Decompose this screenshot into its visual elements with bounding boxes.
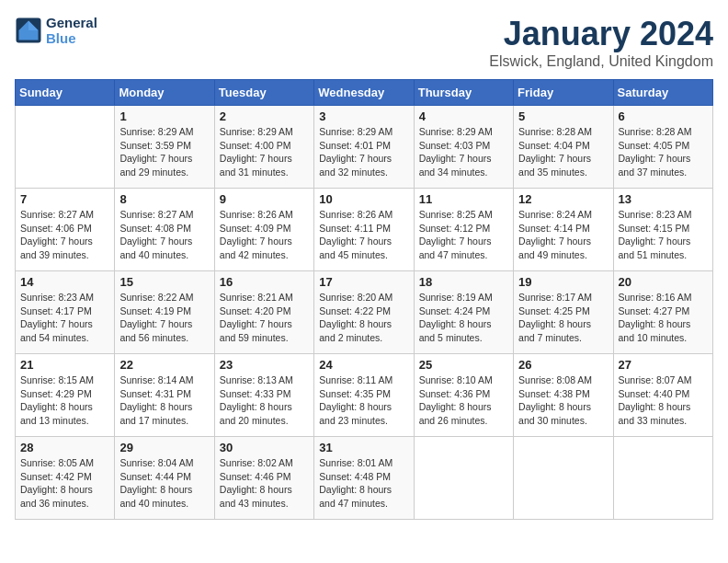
day-info: Sunrise: 8:26 AMSunset: 4:11 PMDaylight:…	[319, 208, 408, 262]
calendar-cell: 6Sunrise: 8:28 AMSunset: 4:05 PMDaylight…	[613, 106, 712, 189]
day-info: Sunrise: 8:29 AMSunset: 4:00 PMDaylight:…	[220, 125, 309, 179]
calendar-cell: 26Sunrise: 8:08 AMSunset: 4:38 PMDayligh…	[514, 354, 613, 437]
day-number: 9	[220, 192, 309, 206]
day-info: Sunrise: 8:02 AMSunset: 4:46 PMDaylight:…	[220, 456, 309, 511]
calendar-week-4: 21Sunrise: 8:15 AMSunset: 4:29 PMDayligh…	[16, 354, 713, 437]
calendar-cell: 8Sunrise: 8:27 AMSunset: 4:08 PMDaylight…	[115, 189, 214, 271]
logo-text: General Blue	[46, 15, 97, 46]
calendar-cell: 7Sunrise: 8:27 AMSunset: 4:06 PMDaylight…	[16, 189, 115, 271]
calendar-week-5: 28Sunrise: 8:05 AMSunset: 4:42 PMDayligh…	[16, 437, 713, 520]
day-number: 16	[220, 275, 309, 289]
calendar-cell: 22Sunrise: 8:14 AMSunset: 4:31 PMDayligh…	[115, 354, 214, 437]
day-info: Sunrise: 8:01 AMSunset: 4:48 PMDaylight:…	[319, 456, 408, 511]
calendar-cell	[514, 437, 613, 520]
day-info: Sunrise: 8:08 AMSunset: 4:38 PMDaylight:…	[518, 373, 608, 428]
calendar-week-3: 14Sunrise: 8:23 AMSunset: 4:17 PMDayligh…	[16, 271, 713, 354]
calendar-cell: 21Sunrise: 8:15 AMSunset: 4:29 PMDayligh…	[16, 354, 115, 437]
day-info: Sunrise: 8:20 AMSunset: 4:22 PMDaylight:…	[319, 291, 408, 345]
day-number: 31	[319, 441, 408, 454]
day-header-saturday: Saturday	[613, 80, 712, 106]
calendar-cell: 17Sunrise: 8:20 AMSunset: 4:22 PMDayligh…	[314, 271, 414, 354]
day-number: 11	[419, 192, 508, 206]
day-info: Sunrise: 8:28 AMSunset: 4:04 PMDaylight:…	[518, 125, 608, 179]
day-number: 15	[119, 275, 209, 289]
calendar-cell: 20Sunrise: 8:16 AMSunset: 4:27 PMDayligh…	[613, 271, 712, 354]
calendar-cell: 3Sunrise: 8:29 AMSunset: 4:01 PMDaylight…	[314, 106, 414, 189]
day-info: Sunrise: 8:24 AMSunset: 4:14 PMDaylight:…	[518, 208, 608, 262]
calendar-week-1: 1Sunrise: 8:29 AMSunset: 3:59 PMDaylight…	[16, 106, 713, 189]
header-row: SundayMondayTuesdayWednesdayThursdayFrid…	[16, 80, 713, 106]
calendar-cell: 18Sunrise: 8:19 AMSunset: 4:24 PMDayligh…	[414, 271, 513, 354]
day-info: Sunrise: 8:10 AMSunset: 4:36 PMDaylight:…	[419, 373, 508, 428]
day-info: Sunrise: 8:27 AMSunset: 4:08 PMDaylight:…	[119, 208, 209, 262]
day-number: 26	[518, 358, 608, 372]
calendar-cell	[414, 437, 513, 520]
day-info: Sunrise: 8:17 AMSunset: 4:25 PMDaylight:…	[518, 291, 608, 345]
day-number: 29	[119, 441, 209, 454]
logo-icon	[15, 17, 42, 44]
day-info: Sunrise: 8:19 AMSunset: 4:24 PMDaylight:…	[419, 291, 508, 345]
day-info: Sunrise: 8:28 AMSunset: 4:05 PMDaylight:…	[619, 125, 708, 179]
calendar-title: January 2024	[489, 15, 713, 53]
day-number: 2	[220, 109, 309, 123]
day-info: Sunrise: 8:07 AMSunset: 4:40 PMDaylight:…	[619, 373, 708, 428]
day-number: 14	[20, 275, 109, 289]
day-info: Sunrise: 8:26 AMSunset: 4:09 PMDaylight:…	[220, 208, 309, 262]
day-number: 21	[20, 358, 109, 372]
calendar-cell	[16, 106, 115, 189]
day-number: 3	[319, 109, 408, 123]
calendar-cell: 11Sunrise: 8:25 AMSunset: 4:12 PMDayligh…	[414, 189, 513, 271]
day-header-monday: Monday	[115, 80, 214, 106]
calendar-cell: 4Sunrise: 8:29 AMSunset: 4:03 PMDaylight…	[414, 106, 513, 189]
day-number: 10	[319, 192, 408, 206]
day-info: Sunrise: 8:22 AMSunset: 4:19 PMDaylight:…	[119, 291, 209, 345]
day-info: Sunrise: 8:23 AMSunset: 4:15 PMDaylight:…	[619, 208, 708, 262]
day-header-thursday: Thursday	[414, 80, 513, 106]
calendar-cell	[613, 437, 712, 520]
title-area: January 2024 Elswick, England, United Ki…	[489, 15, 713, 70]
calendar-cell: 9Sunrise: 8:26 AMSunset: 4:09 PMDaylight…	[214, 189, 313, 271]
day-info: Sunrise: 8:11 AMSunset: 4:35 PMDaylight:…	[319, 373, 408, 428]
day-info: Sunrise: 8:04 AMSunset: 4:44 PMDaylight:…	[119, 456, 209, 511]
day-info: Sunrise: 8:13 AMSunset: 4:33 PMDaylight:…	[220, 373, 309, 428]
day-info: Sunrise: 8:29 AMSunset: 4:01 PMDaylight:…	[319, 125, 408, 179]
calendar-cell: 27Sunrise: 8:07 AMSunset: 4:40 PMDayligh…	[613, 354, 712, 437]
calendar-cell: 30Sunrise: 8:02 AMSunset: 4:46 PMDayligh…	[214, 437, 313, 520]
day-info: Sunrise: 8:29 AMSunset: 4:03 PMDaylight:…	[419, 125, 508, 179]
calendar-cell: 5Sunrise: 8:28 AMSunset: 4:04 PMDaylight…	[514, 106, 613, 189]
calendar-cell: 12Sunrise: 8:24 AMSunset: 4:14 PMDayligh…	[514, 189, 613, 271]
day-info: Sunrise: 8:25 AMSunset: 4:12 PMDaylight:…	[419, 208, 508, 262]
day-info: Sunrise: 8:05 AMSunset: 4:42 PMDaylight:…	[20, 456, 109, 511]
day-number: 22	[119, 358, 209, 372]
calendar-cell: 15Sunrise: 8:22 AMSunset: 4:19 PMDayligh…	[115, 271, 214, 354]
day-info: Sunrise: 8:16 AMSunset: 4:27 PMDaylight:…	[619, 291, 708, 345]
day-number: 17	[319, 275, 408, 289]
day-header-tuesday: Tuesday	[214, 80, 313, 106]
day-number: 27	[619, 358, 708, 372]
day-info: Sunrise: 8:21 AMSunset: 4:20 PMDaylight:…	[220, 291, 309, 345]
calendar-cell: 19Sunrise: 8:17 AMSunset: 4:25 PMDayligh…	[514, 271, 613, 354]
day-header-friday: Friday	[514, 80, 613, 106]
day-info: Sunrise: 8:29 AMSunset: 3:59 PMDaylight:…	[119, 125, 209, 179]
calendar-cell: 25Sunrise: 8:10 AMSunset: 4:36 PMDayligh…	[414, 354, 513, 437]
calendar-cell: 29Sunrise: 8:04 AMSunset: 4:44 PMDayligh…	[115, 437, 214, 520]
day-number: 7	[20, 192, 109, 206]
day-number: 30	[220, 441, 309, 454]
calendar-cell: 2Sunrise: 8:29 AMSunset: 4:00 PMDaylight…	[214, 106, 313, 189]
day-info: Sunrise: 8:23 AMSunset: 4:17 PMDaylight:…	[20, 291, 109, 345]
calendar-header: General Blue January 2024 Elswick, Engla…	[15, 15, 713, 70]
day-number: 28	[20, 441, 109, 454]
calendar-cell: 23Sunrise: 8:13 AMSunset: 4:33 PMDayligh…	[214, 354, 313, 437]
calendar-cell: 13Sunrise: 8:23 AMSunset: 4:15 PMDayligh…	[613, 189, 712, 271]
day-number: 24	[319, 358, 408, 372]
calendar-cell: 31Sunrise: 8:01 AMSunset: 4:48 PMDayligh…	[314, 437, 414, 520]
day-number: 20	[619, 275, 708, 289]
day-number: 8	[119, 192, 209, 206]
day-number: 19	[518, 275, 608, 289]
day-info: Sunrise: 8:27 AMSunset: 4:06 PMDaylight:…	[20, 208, 109, 262]
day-number: 4	[419, 109, 508, 123]
day-number: 6	[619, 109, 708, 123]
calendar-week-2: 7Sunrise: 8:27 AMSunset: 4:06 PMDaylight…	[16, 189, 713, 271]
day-info: Sunrise: 8:14 AMSunset: 4:31 PMDaylight:…	[119, 373, 209, 428]
calendar-cell: 14Sunrise: 8:23 AMSunset: 4:17 PMDayligh…	[16, 271, 115, 354]
